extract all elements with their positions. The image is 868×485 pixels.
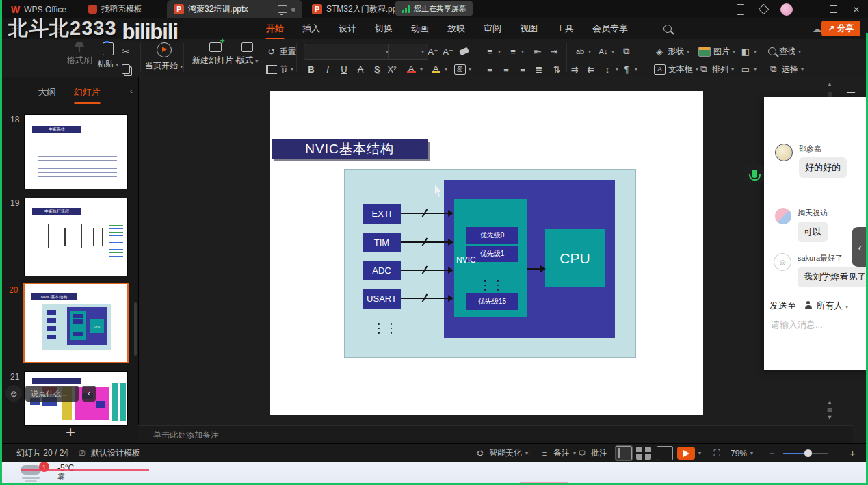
peripheral-box-exti[interactable]: EXTI: [363, 204, 401, 224]
panel-scrollbar-thumb[interactable]: [134, 302, 137, 356]
font-size-select[interactable]: ▾: [388, 44, 428, 60]
picture-button[interactable]: 图片▾: [698, 44, 735, 58]
save-icon[interactable]: ⎙: [33, 23, 40, 34]
menu-item-tools[interactable]: 工具: [555, 18, 575, 39]
line-spacing-button[interactable]: ↕▾: [602, 62, 618, 76]
peripheral-box-usart[interactable]: USART: [363, 289, 401, 309]
layout-button[interactable]: 版式 ▾: [237, 42, 258, 66]
menu-item-home[interactable]: 开始: [265, 18, 285, 39]
minimize-button[interactable]: —: [798, 0, 821, 18]
align-right-button[interactable]: ≡: [517, 62, 528, 76]
shadow-button[interactable]: S: [371, 62, 383, 76]
reading-view-button[interactable]: [657, 444, 673, 462]
doc-tab-2[interactable]: P STM32入门教程.pptx: [305, 0, 410, 18]
emoji-button[interactable]: ☺: [5, 385, 22, 402]
sorter-view-button[interactable]: [636, 444, 651, 462]
outline-tab[interactable]: 大纲: [38, 86, 56, 99]
device-icon[interactable]: [728, 0, 752, 18]
add-slide-button[interactable]: +: [59, 422, 82, 443]
notes-bar[interactable]: 单击此处添加备注: [138, 425, 853, 444]
align-center-button[interactable]: ≡: [501, 62, 512, 76]
panel-collapse-icon[interactable]: ‹: [130, 86, 133, 96]
find-button[interactable]: 查找▾: [768, 44, 801, 58]
wps-home-tab[interactable]: W WPS Office: [4, 0, 73, 18]
char-spacing-button[interactable]: ab▾: [575, 44, 591, 58]
scroll-up-icon[interactable]: ▲: [826, 81, 833, 88]
slide-thumbnail-18[interactable]: 中断系统: [25, 115, 127, 189]
danmaku-collapse-button[interactable]: ‹: [82, 386, 96, 402]
slide-title-banner[interactable]: NVIC基本结构: [272, 139, 428, 159]
diagram-background[interactable]: EXTI TIM ADC USART 优先级0 优先级1 优先级15 NVIC …: [344, 169, 636, 358]
fit-window-button[interactable]: ⛶: [711, 444, 722, 462]
decrease-indent-button[interactable]: ⇤: [532, 44, 543, 58]
slide-nav-grid-icon[interactable]: ▦: [826, 406, 833, 414]
chat-minimize-icon[interactable]: —: [847, 88, 855, 97]
peripheral-box-adc[interactable]: ADC: [363, 261, 401, 280]
menu-item-transition[interactable]: 切换: [374, 18, 393, 39]
bullets-button[interactable]: ≡▾: [484, 44, 501, 58]
superscript-button[interactable]: X²: [386, 62, 398, 76]
hamburger-icon[interactable]: ☰: [11, 23, 19, 34]
menu-search-icon[interactable]: [663, 25, 672, 33]
close-button[interactable]: ✕: [845, 0, 868, 18]
prev-slide-button[interactable]: ▲: [826, 399, 833, 406]
font-family-select[interactable]: ▾: [304, 44, 393, 60]
distribute-button[interactable]: ⇅: [551, 62, 562, 76]
fill-button[interactable]: ◧▾: [740, 44, 757, 58]
chat-input[interactable]: [770, 319, 861, 330]
danmaku-field[interactable]: [25, 386, 79, 402]
cpu-box[interactable]: CPU: [545, 229, 605, 287]
increase-indent-button[interactable]: ⇥: [549, 44, 560, 58]
floating-mic-button[interactable]: [744, 164, 764, 183]
zoom-in-button[interactable]: +: [850, 444, 856, 462]
smart-beautify-button[interactable]: ⛭ 智能美化 ▾: [475, 444, 528, 462]
clear-format-button[interactable]: [460, 44, 469, 58]
align-left-button[interactable]: ≡: [484, 62, 495, 76]
italic-button[interactable]: I: [321, 62, 334, 76]
slide-thumbnail-20[interactable]: NVIC基本结构 CPU: [25, 284, 127, 362]
user-avatar[interactable]: [775, 0, 798, 18]
slides-tab[interactable]: 幻灯片: [74, 86, 101, 99]
next-slide-button[interactable]: ▼: [826, 414, 833, 421]
strikethrough-button[interactable]: A: [354, 62, 367, 76]
phonetic-guide-button[interactable]: 爱▾: [454, 62, 471, 76]
menu-item-review[interactable]: 审阅: [483, 18, 502, 39]
copy-button[interactable]: [122, 62, 130, 76]
redo-icon[interactable]: ↻: [94, 23, 102, 34]
undo-icon[interactable]: ↺: [74, 23, 81, 34]
paragraph-button[interactable]: ¶▾: [621, 62, 637, 76]
play-from-current-button[interactable]: 当页开始 ▾: [145, 42, 183, 72]
audience-selector[interactable]: 所有人: [816, 300, 843, 311]
danmaku-input[interactable]: [29, 389, 75, 398]
paste-button[interactable]: 粘贴 ▾: [97, 42, 118, 70]
workspace-icon[interactable]: [752, 0, 775, 18]
menu-item-view[interactable]: 视图: [519, 18, 538, 39]
reset-button[interactable]: ↺重置: [266, 44, 296, 58]
priority-box-0[interactable]: 优先级0: [466, 227, 518, 244]
menu-item-design[interactable]: 设计: [338, 18, 357, 39]
highlight-color-button[interactable]: A ▾: [430, 62, 447, 76]
textbox-button[interactable]: A文本框▾: [654, 62, 698, 76]
print-icon[interactable]: ▤: [53, 23, 62, 34]
bold-button[interactable]: B: [305, 62, 317, 76]
arrange-button[interactable]: ⧉排列▾: [698, 62, 734, 76]
peripheral-box-tim[interactable]: TIM: [363, 233, 401, 252]
indent-more-button[interactable]: ⇉: [569, 62, 580, 76]
doc-tab-active[interactable]: P 鸿蒙32培训.pptx: [167, 0, 302, 18]
shapes-button[interactable]: ◈形状▾: [654, 44, 689, 58]
slide-size-button[interactable]: ▭▾: [740, 62, 757, 76]
section-button[interactable]: 节▾: [266, 62, 293, 76]
format-painter-button[interactable]: 格式刷: [67, 42, 92, 66]
text-direction-button[interactable]: A↓▾: [598, 44, 614, 58]
zoom-slider-knob[interactable]: [804, 449, 812, 457]
normal-view-button[interactable]: [616, 444, 632, 462]
weather-widget[interactable]: 1 -5°C 雾: [21, 464, 74, 482]
numbering-button[interactable]: ≡▾: [508, 44, 524, 58]
nvic-container-box[interactable]: 优先级0 优先级1 优先级15 NVIC CPU: [444, 180, 615, 338]
menu-item-member[interactable]: 会员专享: [592, 18, 629, 39]
grow-font-button[interactable]: A⁺: [427, 44, 439, 58]
template-tab[interactable]: 找稻壳模板: [81, 0, 149, 18]
convert-to-text-button[interactable]: ⧉: [621, 44, 632, 58]
menu-item-insert[interactable]: 插入: [302, 18, 321, 39]
select-button[interactable]: ⧉选择▾: [768, 62, 804, 76]
